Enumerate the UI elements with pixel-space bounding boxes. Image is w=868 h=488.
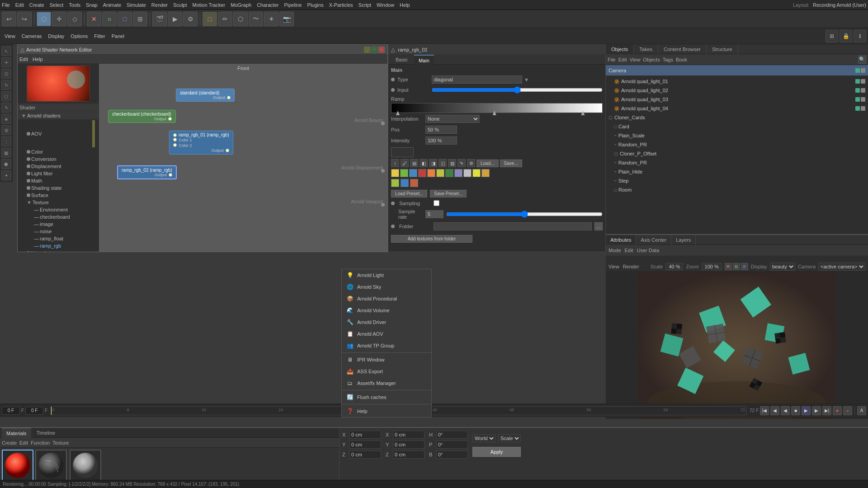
coord-pz-input[interactable]	[393, 450, 425, 459]
polygon-mode-btn[interactable]: ◇	[67, 12, 82, 26]
ramp-folder-input[interactable]	[434, 222, 592, 230]
light-btn[interactable]: ☀	[264, 12, 278, 26]
ctx-arnold-volume[interactable]: 🌊 Arnold Volume	[342, 305, 431, 316]
tab-takes[interactable]: Takes	[634, 44, 658, 54]
ramp-input-slider[interactable]	[432, 86, 603, 94]
menu-simulate[interactable]: Simulate	[127, 2, 146, 8]
ramp-rgb-01-node[interactable]: ramp_rgb_01 (ramp_rgb) Color 1 Color 2 O…	[169, 131, 233, 155]
shader-item-texture[interactable]: ▼ Texture	[23, 199, 99, 206]
ramp-load-preset-btn[interactable]: Load Preset...	[391, 190, 427, 197]
ramp-save-preset-btn[interactable]: Save Preset...	[430, 190, 467, 197]
coord-px-input[interactable]	[393, 431, 425, 439]
menu-character[interactable]: Character	[257, 2, 278, 8]
ramp-marker-2[interactable]	[493, 111, 496, 115]
objects-edit[interactable]: Edit	[618, 57, 627, 62]
ctx-ipr-window[interactable]: 🖥 IPR Window	[342, 354, 431, 366]
ctx-arnold-sky[interactable]: 🌐 Arnold Sky	[342, 281, 431, 293]
shader-item-environment[interactable]: — Environment	[30, 206, 99, 213]
shader-item-noise[interactable]: — noise	[30, 228, 99, 235]
sidebar-tool1[interactable]: ⬡	[1, 91, 11, 101]
ramp-color-7[interactable]	[445, 169, 453, 177]
shader-item-ramp-rgb[interactable]: — ramp_rgb	[30, 242, 99, 249]
shader-menu-edit[interactable]: Edit	[19, 56, 28, 62]
ramp-color-6[interactable]	[436, 169, 444, 177]
ramp-rgb-02-node[interactable]: ramp_rgb_02 (ramp_rgb) Output	[117, 165, 177, 179]
shader-item-ramp-float[interactable]: — ramp_float	[30, 235, 99, 242]
ctx-arnold-tp-group[interactable]: 👥 Arnold TP Group	[342, 340, 431, 352]
ramp-color-swatch[interactable]	[391, 147, 414, 157]
ramp-color-11[interactable]	[481, 169, 490, 177]
ramp-tool-9[interactable]: ⚙	[467, 159, 475, 167]
filter-menu[interactable]: Filter	[91, 33, 108, 39]
menu-help[interactable]: Help	[400, 2, 410, 8]
obj-item-plain-hide[interactable]: ~ Plain_Hide	[607, 167, 867, 176]
shader-tree-arnold-shaders[interactable]: ▼ Arnold shaders	[18, 112, 99, 119]
sidebar-move[interactable]: ✛	[1, 57, 11, 67]
ctx-help[interactable]: ❓ Help	[342, 405, 431, 417]
ramp-tool-4[interactable]: ◧	[420, 159, 428, 167]
shader-viewport[interactable]: Front standard (standard) Output checker…	[99, 64, 387, 252]
sidebar-tool6[interactable]: ▦	[1, 148, 11, 158]
ramp-tool-8[interactable]: ✎	[458, 159, 466, 167]
display-menu[interactable]: Display	[45, 33, 67, 39]
ramp-sampling-checkbox[interactable]	[434, 200, 439, 206]
tab-main[interactable]: Main	[414, 55, 434, 65]
ramp-color-1[interactable]	[391, 169, 399, 177]
layout-value[interactable]: Recording Arnold (User)	[813, 2, 866, 8]
ramp-color-3[interactable]	[409, 169, 417, 177]
selection-z-btn[interactable]: □	[118, 12, 132, 26]
ramp-gradient-bar[interactable]	[391, 103, 603, 113]
window-close[interactable]: ×	[378, 47, 385, 53]
selection-btn[interactable]: ✕	[87, 12, 101, 26]
coord-p-input[interactable]	[436, 441, 468, 449]
ctx-arnold-procedural[interactable]: 📦 Arnold Procedural	[342, 293, 431, 305]
shader-item-math[interactable]: Math	[23, 177, 99, 184]
menu-tools[interactable]: Tools	[69, 2, 80, 8]
sidebar-tool4[interactable]: ⊞	[1, 125, 11, 135]
attr-edit[interactable]: Edit	[625, 248, 633, 253]
pb-record[interactable]: ●	[833, 406, 842, 415]
ramp-interpolation-select[interactable]: None Linear Smooth	[425, 115, 480, 123]
ramp-type-input[interactable]	[432, 75, 522, 84]
coord-y-input[interactable]	[349, 441, 381, 449]
obj-item-light04[interactable]: 🔆 Arnold quad_light_04	[607, 104, 867, 113]
ramp-color-5[interactable]	[427, 169, 435, 177]
pb-keyframe[interactable]: ⬦	[843, 406, 852, 415]
menu-xparticles[interactable]: X-Particles	[329, 2, 353, 8]
mat-texture[interactable]: Texture	[52, 440, 69, 446]
shader-item-image[interactable]: — image	[30, 221, 99, 228]
attr-tab-axis[interactable]: Axis Center	[636, 235, 671, 245]
attr-tab-attributes[interactable]: Attributes	[606, 235, 636, 245]
shader-item-color[interactable]: Color	[23, 148, 99, 155]
ramp-tool-5[interactable]: ◨	[429, 159, 437, 167]
ramp-samplerate-input[interactable]	[425, 210, 443, 218]
vp-view-btn[interactable]: View	[609, 264, 619, 269]
ramp-type-dropdown[interactable]: ▾	[525, 76, 528, 83]
context-menu[interactable]: 💡 Arnold Light 🌐 Arnold Sky 📦 Arnold Pro…	[341, 269, 432, 418]
obj-item-step[interactable]: ~ Step	[607, 176, 867, 185]
coord-z-input[interactable]	[349, 450, 381, 459]
obj-item-random-pr[interactable]: ~ Random_PR	[607, 140, 867, 149]
ramp-color-10[interactable]	[472, 169, 481, 177]
shader-item-conversion[interactable]: Conversion	[23, 155, 99, 163]
coord-world-select[interactable]: World	[472, 434, 495, 442]
obj-item-cloner[interactable]: ⬡ Cloner_Cards	[607, 113, 867, 122]
ramp-extra-color-3[interactable]	[410, 179, 418, 187]
camera-btn[interactable]: 📷	[279, 12, 294, 26]
obj-item-plainscale[interactable]: ~ Plain_Scale	[607, 131, 867, 140]
sidebar-rotate[interactable]: ↻	[1, 80, 11, 90]
vp-zoom-value[interactable]: 100 %	[702, 263, 722, 270]
render-btn[interactable]: ▶	[168, 12, 182, 26]
ramp-tool-3[interactable]: ▤	[410, 159, 418, 167]
menu-motiontracker[interactable]: Motion Tracker	[193, 2, 226, 8]
shader-item-surface[interactable]: Surface	[23, 192, 99, 199]
menu-pipeline[interactable]: Pipeline	[284, 2, 302, 8]
obj-search-icon[interactable]: 🔍	[858, 56, 866, 64]
menu-create[interactable]: Create	[29, 2, 44, 8]
sidebar-tool7[interactable]: ⬟	[1, 159, 11, 169]
sidebar-tool8[interactable]: ✦	[1, 170, 11, 180]
cameras-menu[interactable]: Cameras	[19, 33, 45, 39]
panel-menu[interactable]: Panel	[109, 33, 127, 39]
menu-plugins[interactable]: Plugins	[307, 2, 324, 8]
frame-sub-input[interactable]	[25, 407, 43, 415]
